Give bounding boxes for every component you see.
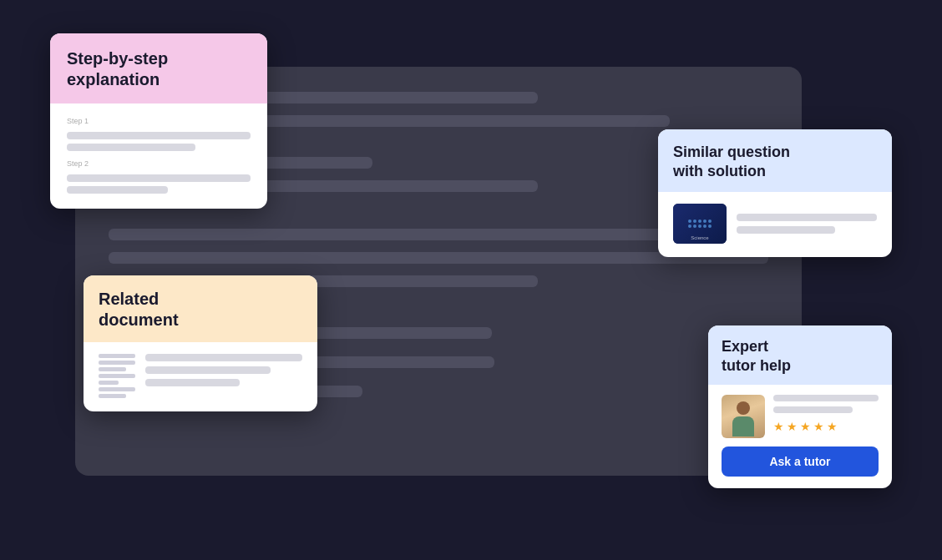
step-2-label: Step 2 (67, 159, 251, 168)
thumb-inner: Science (673, 204, 727, 244)
dot-8 (698, 225, 701, 228)
tutor-line-2 (773, 406, 853, 413)
step-2-lines (67, 174, 251, 194)
related-line-3 (145, 379, 240, 386)
dot-3 (698, 219, 701, 223)
step-1-label: Step 1 (67, 117, 251, 125)
step-line-1 (67, 132, 251, 139)
person-head (737, 401, 750, 415)
tutor-stars: ★ ★ ★ ★ ★ (773, 420, 879, 433)
thumb-label: Science (691, 235, 708, 240)
related-body (84, 342, 317, 411)
thumb-dots (688, 219, 712, 228)
tutor-person (728, 396, 758, 438)
dot-6 (688, 225, 691, 228)
step-1-section: Step 1 (67, 117, 251, 151)
star-4: ★ (813, 420, 824, 433)
tutor-title: Experttutor help (722, 337, 879, 375)
related-line-1 (145, 354, 302, 361)
star-3: ★ (800, 420, 811, 433)
related-title: Relateddocument (99, 289, 302, 330)
person-body (732, 416, 754, 436)
steps-header: Step-by-stepexplanation (50, 33, 267, 103)
step-2-section: Step 2 (67, 159, 251, 194)
ask-tutor-button[interactable]: Ask a tutor (722, 446, 879, 477)
dot-5 (708, 219, 712, 223)
similar-thumbnail: Science (673, 204, 727, 244)
related-line-2 (145, 366, 271, 374)
related-text-lines (145, 354, 302, 386)
steps-body: Step 1 Step 2 (50, 103, 267, 209)
related-header: Relateddocument (84, 275, 317, 342)
similar-title: Similar questionwith solution (673, 143, 877, 180)
tutor-right-content: ★ ★ ★ ★ ★ (773, 395, 879, 433)
step-line-4 (67, 186, 168, 194)
tutor-body: ★ ★ ★ ★ ★ (708, 385, 892, 438)
dot-4 (703, 219, 706, 223)
similar-header: Similar questionwith solution (658, 129, 892, 192)
document-icon (99, 354, 135, 398)
panel-line-5 (109, 229, 670, 240)
dot-2 (693, 219, 696, 223)
step-line-3 (67, 174, 251, 182)
tutor-footer: Ask a tutor (708, 438, 892, 488)
similar-body: Science (658, 192, 892, 257)
tutor-photo (722, 395, 765, 438)
dot-7 (693, 225, 696, 228)
related-document-card: Relateddocument (84, 275, 317, 411)
dot-9 (703, 225, 706, 228)
star-2: ★ (787, 420, 798, 433)
steps-title: Step-by-stepexplanation (67, 48, 251, 90)
similar-line-2 (737, 226, 835, 234)
step-line-2 (67, 144, 195, 151)
similar-line-1 (737, 214, 877, 221)
tutor-header: Experttutor help (708, 325, 892, 385)
similar-question-card: Similar questionwith solution Science (658, 129, 892, 257)
tutor-line-1 (773, 395, 879, 401)
similar-text-lines (737, 214, 877, 234)
star-1: ★ (773, 420, 784, 433)
dot-1 (688, 219, 691, 223)
expert-tutor-card: Experttutor help ★ ★ ★ ★ ★ Ask a tutor (708, 325, 892, 488)
star-5: ★ (827, 420, 838, 433)
step-1-lines (67, 132, 251, 151)
step-by-step-card: Step-by-stepexplanation Step 1 Step 2 (50, 33, 267, 209)
dot-10 (708, 225, 712, 228)
